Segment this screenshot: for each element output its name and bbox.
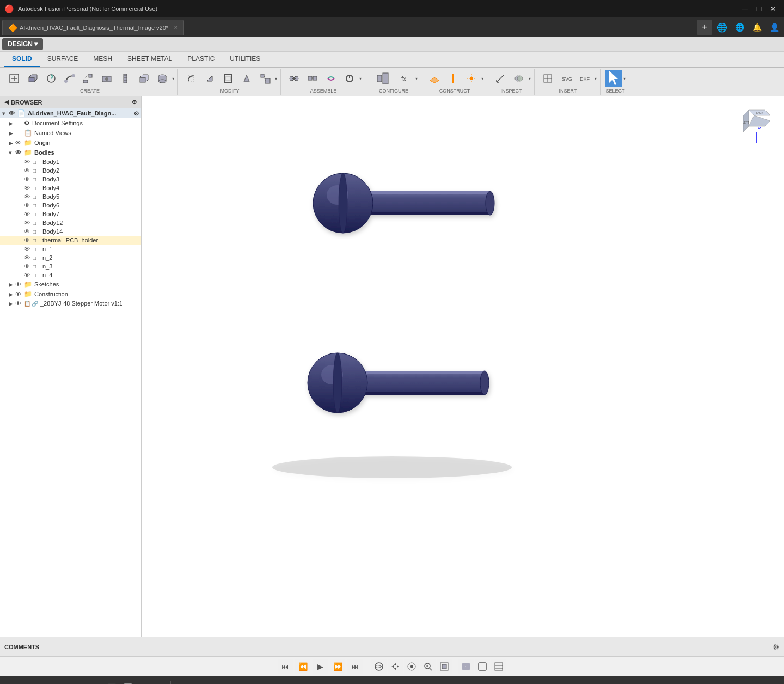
orbit-button[interactable] xyxy=(371,659,387,674)
shaded-button[interactable] xyxy=(458,659,474,674)
zoom-button[interactable] xyxy=(420,659,436,674)
body7-check[interactable]: □ xyxy=(33,211,40,217)
footer-btn-25[interactable]: ⊟ xyxy=(402,680,417,684)
named-views-item[interactable]: ▶ 📋 Named Views xyxy=(0,128,141,138)
browser-collapse-icon[interactable]: ◀ xyxy=(4,99,9,106)
body3-check[interactable]: □ xyxy=(33,176,40,182)
look-button[interactable] xyxy=(404,659,419,674)
notification-button[interactable]: 🔔 xyxy=(749,20,764,35)
new-tab-button[interactable]: + xyxy=(697,20,712,35)
n4-check[interactable]: □ xyxy=(33,272,40,278)
body5-item[interactable]: 👁 □ Body5 xyxy=(0,192,141,201)
footer-btn-20[interactable]: ⊚ xyxy=(320,680,335,684)
tab-plastic[interactable]: PLASTIC xyxy=(180,52,222,67)
body4-vis[interactable]: 👁 xyxy=(24,185,33,191)
n4-item[interactable]: 👁 □ n_4 xyxy=(0,271,141,279)
parameters-button[interactable]: fx xyxy=(397,70,414,87)
body1-item[interactable]: 👁 □ Body1 xyxy=(0,157,141,166)
fillet-button[interactable] xyxy=(182,70,200,87)
n1-item[interactable]: 👁 □ n_1 xyxy=(0,245,141,253)
body6-item[interactable]: 👁 □ Body6 xyxy=(0,201,141,210)
nav-first-button[interactable]: ⏮ xyxy=(278,659,293,674)
box-button[interactable] xyxy=(135,70,152,87)
configure-model-button[interactable] xyxy=(370,70,396,87)
draft-button[interactable] xyxy=(238,70,255,87)
minimize-button[interactable]: ─ xyxy=(738,2,751,15)
body7-vis[interactable]: 👁 xyxy=(24,211,33,217)
root-tree-item[interactable]: ▾ 👁 📄 AI-driven_HVAC_Fault_Diagn... ⊙ xyxy=(0,108,141,118)
n1-vis[interactable]: 👁 xyxy=(24,246,33,252)
footer-btn-16[interactable]: ⊕ xyxy=(255,680,270,684)
footer-btn-31[interactable]: ⋇ xyxy=(500,680,515,684)
footer-btn-23[interactable]: ⊝ xyxy=(369,680,384,684)
footer-btn-4[interactable]: ⊡ xyxy=(51,680,66,684)
tab-sheet-metal[interactable]: SHEET METAL xyxy=(120,52,180,67)
footer-btn-21[interactable]: ⊛ xyxy=(336,680,352,684)
extension-button[interactable]: 🌐 xyxy=(714,20,730,35)
body2-vis[interactable]: 👁 xyxy=(24,167,33,174)
offset-plane-button[interactable] xyxy=(426,70,443,87)
body2-check[interactable]: □ xyxy=(33,168,40,174)
tab-close-icon[interactable]: ✕ xyxy=(174,25,178,30)
footer-move-button[interactable]: ✛ xyxy=(536,680,552,684)
drive-joints-button[interactable] xyxy=(341,70,358,87)
thermal-pcb-vis[interactable]: 👁 xyxy=(24,237,33,243)
body1-check[interactable]: □ xyxy=(33,159,40,165)
point-button[interactable] xyxy=(463,70,480,87)
pan-button[interactable] xyxy=(388,659,403,674)
body6-vis[interactable]: 👁 xyxy=(24,202,33,209)
comments-settings-icon[interactable]: ⚙ xyxy=(773,643,780,651)
footer-btn-24[interactable]: ⊞ xyxy=(385,680,401,684)
rigid-group-button[interactable] xyxy=(304,70,321,87)
n3-check[interactable]: □ xyxy=(33,264,40,270)
footer-btn-22[interactable]: ⊜ xyxy=(353,680,368,684)
body14-check[interactable]: □ xyxy=(33,229,40,235)
insert-svg-button[interactable]: SVG xyxy=(558,70,575,87)
body12-vis[interactable]: 👁 xyxy=(24,219,33,226)
thread-button[interactable] xyxy=(117,70,134,87)
body2-item[interactable]: 👁 □ Body2 xyxy=(0,166,141,175)
footer-btn-32[interactable]: ⋈ xyxy=(516,680,531,684)
origin-item[interactable]: ▶ 👁 📁 Origin xyxy=(0,138,141,148)
n2-item[interactable]: 👁 □ n_2 xyxy=(0,253,141,262)
n4-vis[interactable]: 👁 xyxy=(24,272,33,278)
stepper-motor-item[interactable]: ▶ 👁 📋 🔗 _28BYJ-48 Stepper Motor v1:1 xyxy=(0,299,141,308)
footer-btn-14[interactable]: ◉ xyxy=(222,680,237,684)
browser-settings-icon[interactable]: ⊕ xyxy=(132,99,137,106)
body1-vis[interactable]: 👁 xyxy=(24,158,33,165)
footer-btn-5[interactable]: ◧ xyxy=(68,680,83,684)
body3-item[interactable]: 👁 □ Body3 xyxy=(0,175,141,184)
footer-btn-10[interactable]: ▫ xyxy=(153,680,168,684)
construction-item[interactable]: ▶ 👁 📁 Construction xyxy=(0,289,141,299)
origin-vis[interactable]: 👁 xyxy=(15,139,24,146)
footer-btn-8[interactable]: ⬜ xyxy=(120,680,136,684)
interference-button[interactable] xyxy=(510,70,528,87)
footer-btn-27[interactable]: ⊡ xyxy=(434,680,450,684)
sketches-vis[interactable]: 👁 xyxy=(15,281,24,288)
body12-item[interactable]: 👁 □ Body12 xyxy=(0,218,141,227)
display-settings-button[interactable] xyxy=(491,659,506,674)
footer-btn-13[interactable]: ◈ xyxy=(206,680,221,684)
footer-btn-3[interactable]: ⊠ xyxy=(35,680,50,684)
body12-check[interactable]: □ xyxy=(33,220,40,226)
joint-button[interactable] xyxy=(285,70,303,87)
nav-last-button[interactable]: ⏭ xyxy=(347,659,363,674)
motion-link-button[interactable] xyxy=(322,70,340,87)
stepper-vis[interactable]: 👁 xyxy=(15,300,24,307)
n3-vis[interactable]: 👁 xyxy=(24,263,33,270)
account-button[interactable]: 👤 xyxy=(767,20,782,35)
named-views-expand[interactable]: ▶ xyxy=(9,130,15,136)
root-expand-arrow[interactable]: ▾ xyxy=(2,111,9,117)
footer-btn-29[interactable]: ⋅ xyxy=(467,680,482,684)
axis-button[interactable] xyxy=(444,70,462,87)
footer-btn-26[interactable]: ⊠ xyxy=(418,680,433,684)
footer-btn-18[interactable]: ⊘ xyxy=(287,680,303,684)
footer-grid-button[interactable]: ⊞ xyxy=(553,680,568,684)
tab-solid[interactable]: SOLID xyxy=(4,52,40,67)
measure-button[interactable] xyxy=(492,70,509,87)
footer-btn-6[interactable]: ⬚ xyxy=(88,680,103,684)
body4-check[interactable]: □ xyxy=(33,185,40,191)
footer-btn-11[interactable]: ⬡ xyxy=(173,680,188,684)
footer-btn-28[interactable]: ⋄ xyxy=(451,680,466,684)
root-settings-icon[interactable]: ⊙ xyxy=(134,110,139,117)
